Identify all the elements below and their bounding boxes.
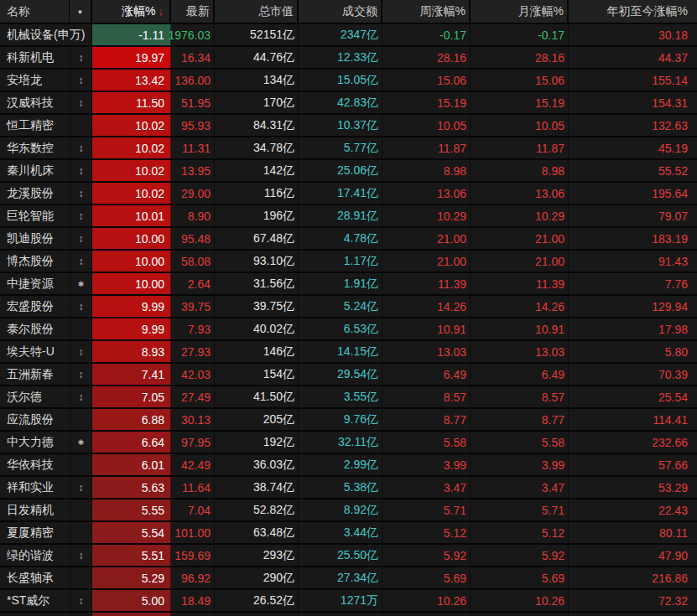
- market-cap: 290亿: [215, 567, 299, 588]
- stock-row[interactable]: 沃尔德↕7.0527.4941.50亿3.55亿8.578.5725.54: [0, 386, 697, 409]
- stock-row[interactable]: 日发精机5.557.0452.82亿8.92亿5.715.7122.43: [0, 500, 697, 522]
- stock-row[interactable]: *ST威尔↕5.0018.4926.52亿1271万10.2610.2672.3…: [0, 590, 697, 613]
- week-change: 10.91: [382, 318, 471, 339]
- change-bar: 10.01: [92, 205, 171, 226]
- change-bar: 7.41: [92, 364, 171, 385]
- change-bar: 10.02: [92, 137, 171, 158]
- stock-row[interactable]: 夏厦精密5.54101.0063.48亿3.44亿5.125.1280.11: [0, 522, 697, 545]
- change-bar: 10.00: [92, 273, 171, 294]
- month-change: 15.06: [471, 70, 569, 91]
- partial-row[interactable]: [0, 613, 697, 616]
- stock-row[interactable]: 宏盛股份↕9.9939.7539.75亿5.24亿14.2614.26129.9…: [0, 296, 697, 318]
- week-change: 13.03: [382, 341, 471, 362]
- month-change: 5.71: [471, 500, 569, 520]
- change-bar: 10.02: [92, 115, 171, 136]
- index-row[interactable]: 机械设备(申万)-1.111976.0352151亿2347亿-0.17-0.1…: [0, 24, 697, 47]
- empty-cell: [215, 613, 299, 616]
- stock-row[interactable]: 凯迪股份↕10.0095.4867.48亿4.78亿21.0021.00183.…: [0, 228, 697, 251]
- stock-name: 汉威科技: [0, 96, 70, 111]
- ytd-change: 53.29: [569, 477, 697, 498]
- name-cell: 恒工精密: [0, 115, 92, 136]
- flag-dot-icon[interactable]: ●: [69, 0, 91, 23]
- flag-placeholder: [70, 567, 91, 588]
- stock-row[interactable]: 绿的谐波↕5.51159.69293亿25.50亿5.925.9247.90: [0, 545, 697, 567]
- header-change-column[interactable]: 涨幅% ↓: [92, 0, 171, 23]
- week-change: 10.05: [382, 115, 471, 136]
- stock-row[interactable]: 博杰股份↕10.0058.0893.10亿1.17亿21.0021.0091.4…: [0, 251, 697, 273]
- stock-row[interactable]: 恒工精密10.0295.9384.31亿10.37亿10.0510.05132.…: [0, 115, 697, 137]
- margin-updown-icon: ↕: [70, 545, 91, 566]
- market-cap: 34.78亿: [215, 137, 299, 158]
- stock-row[interactable]: 安培龙↕13.42136.00134亿15.05亿15.0615.06155.1…: [0, 70, 697, 92]
- turnover: 8.92亿: [299, 500, 382, 520]
- stock-row[interactable]: 科新机电↕19.9716.3444.76亿12.33亿28.1628.1644.…: [0, 47, 697, 70]
- turnover: 25.06亿: [299, 160, 382, 181]
- change-bar: 10.02: [92, 183, 171, 204]
- week-change: 15.19: [382, 92, 471, 113]
- ytd-change: 114.41: [569, 409, 697, 430]
- stock-row[interactable]: 祥和实业↕5.6311.6438.74亿5.38亿3.473.4753.29: [0, 477, 697, 500]
- change-bar: 19.97: [92, 47, 171, 68]
- name-cell: 沃尔德↕: [0, 386, 92, 407]
- turnover: 1271万: [299, 590, 382, 611]
- market-cap: 293亿: [215, 545, 299, 566]
- header-mktcap-column[interactable]: 总市值: [215, 0, 299, 23]
- name-cell: 日发精机: [0, 500, 92, 520]
- market-cap: 40.02亿: [215, 318, 299, 339]
- month-change: 5.58: [471, 432, 569, 453]
- stock-row[interactable]: 五洲新春↕7.4142.03154亿29.54亿6.496.4970.39: [0, 364, 697, 386]
- change-bar: 10.00: [92, 251, 171, 272]
- name-cell: 龙溪股份↕: [0, 183, 92, 204]
- ytd-change: 47.90: [569, 545, 697, 566]
- change-bar: 10.02: [92, 160, 171, 181]
- header-ytd-column[interactable]: 年初至今涨幅%: [569, 0, 697, 23]
- name-cell: 安培龙↕: [0, 70, 92, 91]
- ytd-change: 30.18: [569, 24, 697, 45]
- table-header: 名称 ● 涨幅% ↓ 最新 总市值 成交额 周涨幅% 月涨幅% 年初至今涨幅%: [0, 0, 697, 24]
- stock-row[interactable]: 中捷资源✱10.002.6431.56亿1.91亿11.3911.397.76: [0, 273, 697, 296]
- stock-row[interactable]: 秦川机床↕10.0213.95142亿25.06亿8.988.9855.52: [0, 160, 697, 183]
- change-bar: 13.42: [92, 70, 171, 91]
- ytd-change: 45.19: [569, 137, 697, 158]
- turnover: 1.17亿: [299, 251, 382, 272]
- header-week-column[interactable]: 周涨幅%: [382, 0, 471, 23]
- flag-placeholder: [70, 500, 91, 520]
- change-bar: 5.51: [92, 545, 171, 566]
- stock-row[interactable]: 汉威科技↕11.5051.95170亿42.83亿15.1915.19154.3…: [0, 92, 697, 115]
- market-cap: 93.10亿: [215, 251, 299, 272]
- header-name-column[interactable]: 名称 ●: [0, 0, 92, 23]
- latest-price: 42.49: [171, 454, 215, 475]
- margin-updown-icon: ↕: [70, 590, 91, 611]
- market-cap: 36.03亿: [215, 454, 299, 475]
- stock-row[interactable]: 应流股份6.8830.13205亿9.76亿8.778.77114.41: [0, 409, 697, 432]
- market-cap: 192亿: [215, 432, 299, 453]
- stock-name: 华东数控: [0, 141, 70, 156]
- ytd-change: 91.43: [569, 251, 697, 272]
- stock-row[interactable]: 华东数控↕10.0211.3134.78亿5.77亿11.8711.8745.1…: [0, 137, 697, 160]
- stock-row[interactable]: 泰尔股份9.997.9340.02亿6.53亿10.9110.9117.98: [0, 318, 697, 341]
- stock-row[interactable]: 华依科技6.0142.4936.03亿2.99亿3.993.9957.66: [0, 454, 697, 477]
- header-month-column[interactable]: 月涨幅%: [471, 0, 569, 23]
- stock-row[interactable]: 巨轮智能↕10.018.90196亿28.91亿10.2910.2979.07: [0, 205, 697, 228]
- stock-row[interactable]: 埃夫特-U↕8.9327.93146亿14.15亿13.0313.035.80: [0, 341, 697, 364]
- latest-price: 11.64: [171, 477, 215, 498]
- turnover: 4.78亿: [299, 228, 382, 249]
- margin-updown-icon: ↕: [70, 47, 91, 68]
- margin-updown-icon: ↕: [70, 70, 91, 91]
- latest-price: 96.92: [171, 567, 215, 588]
- header-latest-column[interactable]: 最新: [171, 0, 215, 23]
- header-turnover-column[interactable]: 成交额: [299, 0, 382, 23]
- margin-updown-icon: ↕: [70, 228, 91, 249]
- name-cell: 埃夫特-U↕: [0, 341, 92, 362]
- stock-name: 中捷资源: [0, 277, 70, 292]
- stock-name: 应流股份: [0, 412, 70, 427]
- header-month-label: 月涨幅%: [518, 4, 564, 19]
- stock-row[interactable]: 长盛轴承5.2996.92290亿27.34亿5.695.69216.86: [0, 567, 697, 590]
- stock-row[interactable]: 龙溪股份↕10.0229.00116亿17.41亿13.0613.06195.6…: [0, 183, 697, 205]
- stock-row[interactable]: 中大力德✱6.6497.95192亿32.11亿5.585.58232.66: [0, 432, 697, 454]
- ytd-change: 154.31: [569, 92, 697, 113]
- header-mktcap-label: 总市值: [258, 4, 294, 19]
- margin-updown-icon: ↕: [70, 341, 91, 362]
- month-change: 3.99: [471, 454, 569, 475]
- market-cap: 39.75亿: [215, 296, 299, 317]
